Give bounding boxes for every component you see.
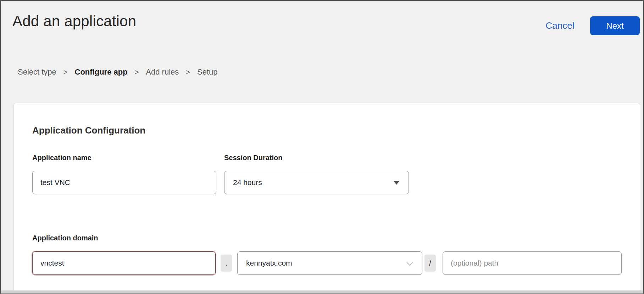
dot-separator-text: . <box>225 258 227 268</box>
step-add-rules[interactable]: Add rules <box>146 67 179 77</box>
card-heading: Application Configuration <box>32 125 145 136</box>
step-separator-icon: > <box>186 68 190 76</box>
application-name-input[interactable] <box>32 171 216 194</box>
chevron-down-icon <box>394 181 399 185</box>
path-input[interactable] <box>443 251 622 275</box>
session-duration-label: Session Duration <box>224 154 282 162</box>
step-select-type[interactable]: Select type <box>18 67 56 77</box>
window-bottom-edge <box>1 290 643 294</box>
application-configuration-card: Application Configuration Application na… <box>13 103 640 291</box>
step-separator-icon: > <box>63 68 68 76</box>
step-separator-icon: > <box>135 68 139 76</box>
add-application-page: Add an application Cancel Next Select ty… <box>0 0 644 294</box>
cancel-button[interactable]: Cancel <box>537 16 583 35</box>
application-name-label: Application name <box>32 154 91 162</box>
slash-separator-text: / <box>429 258 431 268</box>
step-setup[interactable]: Setup <box>197 67 218 77</box>
next-button[interactable]: Next <box>590 16 640 35</box>
slash-separator: / <box>424 255 436 272</box>
wizard-steps: Select type > Configure app > Add rules … <box>18 67 217 77</box>
session-duration-value: 24 hours <box>233 178 262 187</box>
domain-select[interactable]: kennyatx.com <box>237 251 422 275</box>
step-configure-app[interactable]: Configure app <box>75 67 128 77</box>
subdomain-input[interactable] <box>32 251 216 275</box>
page-title: Add an application <box>12 13 136 30</box>
dot-separator: . <box>221 255 232 272</box>
session-duration-select[interactable]: 24 hours <box>224 171 409 194</box>
application-domain-label: Application domain <box>32 234 98 242</box>
chevron-down-icon <box>406 259 413 266</box>
domain-select-value: kennyatx.com <box>246 259 292 267</box>
